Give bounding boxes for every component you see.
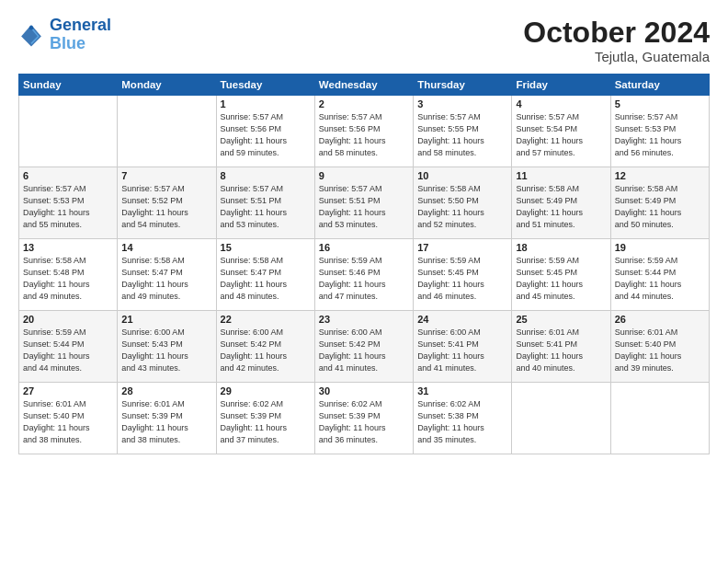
calendar-cell: 8Sunrise: 5:57 AMSunset: 5:51 PMDaylight… xyxy=(216,167,314,239)
calendar-cell: 11Sunrise: 5:58 AMSunset: 5:49 PMDayligh… xyxy=(512,167,610,239)
day-number: 18 xyxy=(516,242,606,253)
day-number: 31 xyxy=(417,385,507,396)
week-row-3: 13Sunrise: 5:58 AMSunset: 5:48 PMDayligh… xyxy=(19,239,710,311)
col-header-thursday: Thursday xyxy=(414,75,512,96)
day-number: 2 xyxy=(319,98,409,109)
calendar-cell: 16Sunrise: 5:59 AMSunset: 5:46 PMDayligh… xyxy=(314,239,413,311)
day-detail: Sunrise: 6:00 AMSunset: 5:42 PMDaylight:… xyxy=(221,327,311,374)
calendar-cell: 30Sunrise: 6:02 AMSunset: 5:39 PMDayligh… xyxy=(314,383,413,454)
page-header: GeneralBlue October 2024 Tejutla, Guatem… xyxy=(18,17,710,64)
calendar-cell: 31Sunrise: 6:02 AMSunset: 5:38 PMDayligh… xyxy=(414,383,512,454)
week-row-2: 6Sunrise: 5:57 AMSunset: 5:53 PMDaylight… xyxy=(19,167,710,239)
day-number: 27 xyxy=(23,385,113,396)
day-number: 13 xyxy=(23,242,113,253)
day-number: 8 xyxy=(221,170,311,181)
calendar-cell: 22Sunrise: 6:00 AMSunset: 5:42 PMDayligh… xyxy=(216,311,314,383)
calendar-cell: 1Sunrise: 5:57 AMSunset: 5:56 PMDaylight… xyxy=(216,96,314,167)
day-detail: Sunrise: 5:58 AMSunset: 5:49 PMDaylight:… xyxy=(516,183,606,231)
day-number: 14 xyxy=(121,242,211,253)
calendar-cell: 21Sunrise: 6:00 AMSunset: 5:43 PMDayligh… xyxy=(118,311,216,383)
day-number: 28 xyxy=(121,385,211,396)
day-detail: Sunrise: 6:02 AMSunset: 5:39 PMDaylight:… xyxy=(319,398,409,446)
calendar-cell: 15Sunrise: 5:58 AMSunset: 5:47 PMDayligh… xyxy=(216,239,314,311)
day-number: 9 xyxy=(319,170,409,181)
calendar-cell: 9Sunrise: 5:57 AMSunset: 5:51 PMDaylight… xyxy=(314,167,413,239)
day-number: 5 xyxy=(615,98,705,109)
calendar-cell: 5Sunrise: 5:57 AMSunset: 5:53 PMDaylight… xyxy=(610,96,709,167)
day-detail: Sunrise: 6:01 AMSunset: 5:40 PMDaylight:… xyxy=(615,327,705,374)
title-block: October 2024 Tejutla, Guatemala xyxy=(523,17,710,64)
calendar-cell: 14Sunrise: 5:58 AMSunset: 5:47 PMDayligh… xyxy=(118,239,216,311)
month-year: October 2024 xyxy=(523,17,710,49)
day-number: 24 xyxy=(417,314,507,325)
day-detail: Sunrise: 5:57 AMSunset: 5:56 PMDaylight:… xyxy=(319,111,409,159)
calendar-cell: 29Sunrise: 6:02 AMSunset: 5:39 PMDayligh… xyxy=(216,383,314,454)
day-detail: Sunrise: 5:59 AMSunset: 5:45 PMDaylight:… xyxy=(417,255,507,303)
calendar-cell: 26Sunrise: 6:01 AMSunset: 5:40 PMDayligh… xyxy=(610,311,709,383)
week-row-1: 1Sunrise: 5:57 AMSunset: 5:56 PMDaylight… xyxy=(19,96,710,167)
day-number: 3 xyxy=(417,98,507,109)
calendar-cell: 6Sunrise: 5:57 AMSunset: 5:53 PMDaylight… xyxy=(19,167,118,239)
day-detail: Sunrise: 5:57 AMSunset: 5:54 PMDaylight:… xyxy=(516,111,606,159)
day-number: 16 xyxy=(319,242,409,253)
logo-text: GeneralBlue xyxy=(50,17,111,53)
col-header-monday: Monday xyxy=(118,75,216,96)
day-detail: Sunrise: 6:00 AMSunset: 5:41 PMDaylight:… xyxy=(417,327,507,374)
calendar-cell xyxy=(512,383,610,454)
day-detail: Sunrise: 5:57 AMSunset: 5:53 PMDaylight:… xyxy=(23,183,113,231)
day-detail: Sunrise: 6:02 AMSunset: 5:39 PMDaylight:… xyxy=(221,398,311,446)
day-detail: Sunrise: 5:58 AMSunset: 5:49 PMDaylight:… xyxy=(615,183,705,231)
location: Tejutla, Guatemala xyxy=(523,49,710,64)
day-detail: Sunrise: 6:02 AMSunset: 5:38 PMDaylight:… xyxy=(417,398,507,446)
day-detail: Sunrise: 5:57 AMSunset: 5:53 PMDaylight:… xyxy=(615,111,705,159)
day-detail: Sunrise: 5:57 AMSunset: 5:55 PMDaylight:… xyxy=(417,111,507,159)
day-number: 20 xyxy=(23,314,113,325)
day-number: 4 xyxy=(516,98,606,109)
day-number: 22 xyxy=(221,314,311,325)
calendar-cell: 27Sunrise: 6:01 AMSunset: 5:40 PMDayligh… xyxy=(19,383,118,454)
day-number: 7 xyxy=(121,170,211,181)
calendar-cell: 12Sunrise: 5:58 AMSunset: 5:49 PMDayligh… xyxy=(610,167,709,239)
calendar-cell: 25Sunrise: 6:01 AMSunset: 5:41 PMDayligh… xyxy=(512,311,610,383)
calendar-cell: 10Sunrise: 5:58 AMSunset: 5:50 PMDayligh… xyxy=(414,167,512,239)
day-detail: Sunrise: 5:59 AMSunset: 5:45 PMDaylight:… xyxy=(516,255,606,303)
calendar-cell: 20Sunrise: 5:59 AMSunset: 5:44 PMDayligh… xyxy=(19,311,118,383)
calendar-cell: 28Sunrise: 6:01 AMSunset: 5:39 PMDayligh… xyxy=(118,383,216,454)
day-detail: Sunrise: 6:00 AMSunset: 5:43 PMDaylight:… xyxy=(121,327,211,374)
day-detail: Sunrise: 6:01 AMSunset: 5:41 PMDaylight:… xyxy=(516,327,606,374)
calendar-table: SundayMondayTuesdayWednesdayThursdayFrid… xyxy=(18,74,710,454)
day-number: 11 xyxy=(516,170,606,181)
day-detail: Sunrise: 5:58 AMSunset: 5:50 PMDaylight:… xyxy=(417,183,507,231)
day-detail: Sunrise: 6:01 AMSunset: 5:39 PMDaylight:… xyxy=(121,398,211,446)
day-detail: Sunrise: 5:59 AMSunset: 5:44 PMDaylight:… xyxy=(23,327,113,374)
day-number: 19 xyxy=(615,242,705,253)
calendar-cell: 7Sunrise: 5:57 AMSunset: 5:52 PMDaylight… xyxy=(118,167,216,239)
day-number: 30 xyxy=(319,385,409,396)
calendar-cell xyxy=(19,96,118,167)
col-header-friday: Friday xyxy=(512,75,610,96)
svg-point-0 xyxy=(29,26,34,30)
day-number: 6 xyxy=(23,170,113,181)
day-number: 1 xyxy=(221,98,311,109)
calendar-cell: 18Sunrise: 5:59 AMSunset: 5:45 PMDayligh… xyxy=(512,239,610,311)
day-number: 15 xyxy=(221,242,311,253)
day-number: 17 xyxy=(417,242,507,253)
calendar-cell: 4Sunrise: 5:57 AMSunset: 5:54 PMDaylight… xyxy=(512,96,610,167)
day-detail: Sunrise: 5:57 AMSunset: 5:52 PMDaylight:… xyxy=(121,183,211,231)
col-header-saturday: Saturday xyxy=(610,75,709,96)
day-detail: Sunrise: 5:57 AMSunset: 5:51 PMDaylight:… xyxy=(221,183,311,231)
day-detail: Sunrise: 5:59 AMSunset: 5:44 PMDaylight:… xyxy=(615,255,705,303)
calendar-cell xyxy=(118,96,216,167)
calendar-cell: 13Sunrise: 5:58 AMSunset: 5:48 PMDayligh… xyxy=(19,239,118,311)
day-number: 25 xyxy=(516,314,606,325)
calendar-header-row: SundayMondayTuesdayWednesdayThursdayFrid… xyxy=(19,75,710,96)
calendar-cell: 24Sunrise: 6:00 AMSunset: 5:41 PMDayligh… xyxy=(414,311,512,383)
col-header-sunday: Sunday xyxy=(19,75,118,96)
calendar-cell: 19Sunrise: 5:59 AMSunset: 5:44 PMDayligh… xyxy=(610,239,709,311)
day-number: 23 xyxy=(319,314,409,325)
day-number: 29 xyxy=(221,385,311,396)
day-detail: Sunrise: 5:57 AMSunset: 5:56 PMDaylight:… xyxy=(221,111,311,159)
day-number: 12 xyxy=(615,170,705,181)
calendar-cell: 2Sunrise: 5:57 AMSunset: 5:56 PMDaylight… xyxy=(314,96,413,167)
day-detail: Sunrise: 5:58 AMSunset: 5:47 PMDaylight:… xyxy=(121,255,211,303)
